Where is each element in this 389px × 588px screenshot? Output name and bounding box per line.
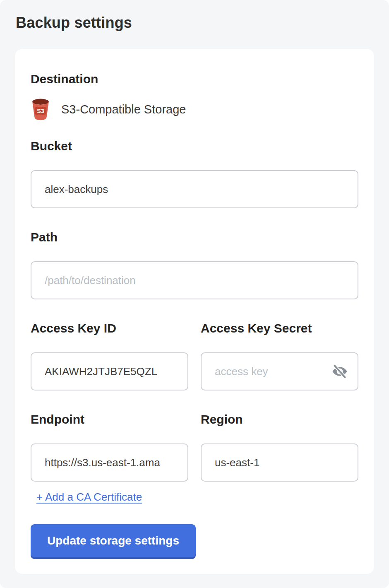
access-key-secret-group: Access Key Secret	[201, 321, 358, 390]
access-key-secret-label: Access Key Secret	[201, 321, 358, 336]
backup-settings-page: Backup settings Destination S3 S3-Compat…	[0, 0, 389, 588]
region-input[interactable]	[201, 443, 358, 482]
destination-value: S3-Compatible Storage	[61, 103, 186, 116]
endpoint-region-row: Endpoint Region	[31, 412, 358, 482]
region-group: Region	[201, 412, 358, 482]
access-key-id-input[interactable]	[31, 352, 188, 390]
backup-settings-card: Destination S3 S3-Compatible Storage Buc…	[15, 49, 374, 574]
bucket-label: Bucket	[31, 139, 358, 154]
path-label: Path	[31, 230, 358, 245]
destination-label: Destination	[31, 72, 358, 87]
path-input[interactable]	[31, 261, 358, 299]
bucket-input[interactable]	[31, 170, 358, 208]
access-key-row: Access Key ID Access Key Secret	[31, 321, 358, 390]
svg-text:S3: S3	[37, 108, 44, 114]
add-ca-certificate-link[interactable]: + Add a CA Certificate	[36, 491, 142, 504]
page-title: Backup settings	[0, 0, 389, 31]
destination-row: S3 S3-Compatible Storage	[31, 98, 358, 120]
access-key-id-group: Access Key ID	[31, 321, 188, 390]
eye-off-icon[interactable]	[331, 363, 348, 380]
endpoint-input[interactable]	[31, 443, 188, 482]
path-group: Path	[31, 230, 358, 299]
endpoint-label: Endpoint	[31, 412, 188, 427]
endpoint-group: Endpoint	[31, 412, 188, 482]
access-key-id-label: Access Key ID	[31, 321, 188, 336]
bucket-group: Bucket	[31, 139, 358, 208]
update-storage-settings-button[interactable]: Update storage settings	[31, 524, 196, 557]
s3-bucket-icon: S3	[31, 98, 50, 120]
region-label: Region	[201, 412, 358, 427]
access-key-secret-wrap	[201, 352, 358, 390]
